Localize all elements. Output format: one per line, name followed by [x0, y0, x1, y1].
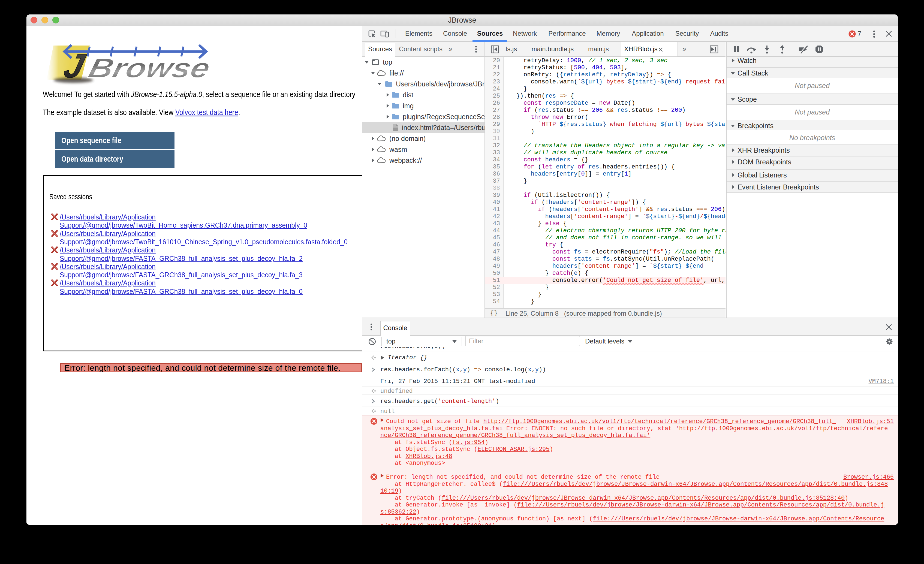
svg-text:Browse: Browse — [86, 52, 213, 83]
